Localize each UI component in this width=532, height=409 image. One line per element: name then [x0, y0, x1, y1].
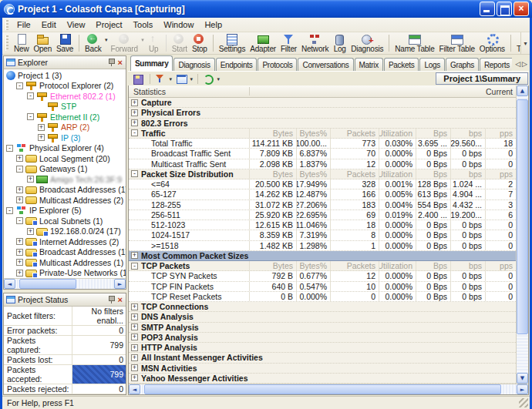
view-toolbar-button[interactable] — [131, 73, 145, 85]
stats-expand-toggle[interactable] — [131, 374, 138, 381]
statistics-vertical-scrollbar[interactable]: ▲ ▼ — [516, 85, 528, 384]
toolbar-button[interactable]: Options — [477, 32, 507, 54]
stats-row[interactable]: >=1518 1.482 KB 1.298% 1 0.000% 0 Bps 0 … — [129, 241, 516, 251]
menu-grip[interactable] — [5, 20, 8, 30]
view-toolbar-button[interactable] — [153, 73, 172, 85]
explorer-horizontal-scrollbar[interactable]: ◄ ► — [4, 278, 126, 289]
tree-item[interactable]: Broadcast Addresses (1) — [4, 247, 126, 258]
stats-row[interactable]: MSN Activities — [129, 364, 516, 374]
toolbar-button[interactable]: Diagnosis — [348, 32, 386, 54]
tab[interactable]: Graphs — [446, 58, 479, 71]
tree-expand-toggle[interactable] — [6, 145, 13, 152]
stats-expand-toggle[interactable] — [131, 252, 138, 259]
menu-item[interactable]: Window — [158, 18, 199, 31]
stats-row[interactable]: Multicast Traffic Sent 2.098 KB 1.837% 1… — [129, 159, 516, 169]
tree-item[interactable]: Project 1 (3) — [4, 70, 126, 81]
view-toolbar-button[interactable] — [174, 73, 193, 85]
stats-row[interactable]: POP3 Analysis — [129, 333, 516, 343]
toolbar-button[interactable]: Network — [299, 32, 331, 54]
tab-scroll-right-icon[interactable]: ▷ — [522, 60, 527, 68]
toolbar-button[interactable]: New — [12, 32, 31, 54]
tree-item[interactable]: Multicast Addresses (2) — [4, 195, 126, 206]
toolbar-button[interactable]: Up — [145, 32, 163, 54]
tab[interactable]: Summary — [130, 55, 173, 71]
pin-icon[interactable] — [108, 58, 115, 67]
tree-item[interactable]: Ethernet II (2) — [4, 112, 126, 122]
menu-item[interactable]: View — [62, 18, 91, 31]
tree-expand-toggle[interactable] — [16, 259, 23, 266]
tree-expand-toggle[interactable] — [16, 196, 23, 203]
maximize-button[interactable] — [497, 2, 512, 16]
stats-row[interactable]: Physical Errors — [129, 108, 516, 118]
tree-item[interactable]: ARP (2) — [4, 122, 126, 133]
tree-item[interactable]: Physical Explorer (4) — [4, 143, 126, 154]
tree-item[interactable]: 192.168.0.0/24 (17) — [4, 226, 126, 237]
stats-expand-toggle[interactable] — [131, 344, 138, 351]
stats-expand-toggle[interactable] — [131, 324, 138, 330]
toolbar-grip[interactable] — [5, 35, 8, 51]
tree-expand-toggle[interactable] — [16, 270, 23, 277]
toolbar-button[interactable]: Log — [331, 32, 348, 54]
tree-expand-toggle[interactable] — [38, 134, 45, 141]
stats-row[interactable]: 512-1023 12.615 KB 11.046% 18 0.000% 0 B… — [129, 220, 516, 230]
scroll-left-icon[interactable]: ◄ — [129, 384, 140, 394]
stats-row[interactable]: All Instant Messenger Activities — [129, 353, 516, 363]
scroll-right-icon[interactable]: ► — [517, 384, 528, 394]
tree-item[interactable]: STP — [4, 102, 126, 112]
toolbar-overflow-button[interactable]: ▾ — [520, 32, 530, 54]
tree-item[interactable]: Local Segment (20) — [4, 153, 126, 164]
toolbar-button[interactable]: Name Table — [392, 32, 436, 54]
stats-row[interactable]: TCP Packets Bytes Bytes% Packets Utiliza… — [129, 261, 516, 271]
stats-expand-toggle[interactable] — [131, 364, 138, 371]
scroll-track[interactable] — [15, 279, 114, 289]
toolbar-button[interactable]: Settings — [217, 32, 248, 54]
stats-row[interactable]: TCP SYN Packets 792 B 0.677% 12 0.000% 0… — [129, 271, 516, 281]
toolbar-button[interactable]: Open — [31, 32, 54, 54]
stats-row[interactable]: 256-511 25.920 KB 22.695% 69 0.019% 2.40… — [129, 210, 516, 220]
stats-row[interactable]: 65-127 14.262 KB 12.487% 166 0.005% 613 … — [129, 189, 516, 199]
toolbar-button[interactable]: Forward — [109, 32, 145, 54]
tree-item[interactable]: Local Subnets (1) — [4, 216, 126, 226]
tab[interactable]: Packets — [384, 58, 419, 71]
toolbar-button[interactable]: Adapter — [247, 32, 278, 54]
project-status-close-icon[interactable]: × — [117, 296, 123, 303]
stats-row[interactable]: TCP FIN Packets 640 B 0.547% 10 0.000% 0… — [129, 282, 516, 292]
tree-expand-toggle[interactable] — [16, 166, 23, 173]
stats-row[interactable]: HTTP Analysis — [129, 343, 516, 353]
stats-row[interactable]: TCP Reset Packets 0 B 0.000% 0 0.000% 0 … — [129, 292, 516, 302]
stats-expand-toggle[interactable] — [131, 99, 138, 106]
tree-expand-toggle[interactable] — [16, 249, 23, 256]
tree-expand-toggle[interactable] — [16, 155, 23, 162]
scroll-thumb[interactable] — [144, 384, 502, 394]
toolbar-button[interactable]: Filter — [278, 32, 299, 54]
tree-expand-toggle[interactable] — [38, 124, 45, 131]
tree-expand-toggle[interactable] — [16, 82, 23, 89]
toolbar-button[interactable]: Save — [54, 32, 76, 54]
stats-expand-toggle[interactable] — [131, 354, 138, 361]
tab[interactable]: Conversations — [298, 58, 353, 71]
scroll-track[interactable] — [517, 96, 528, 373]
menu-item[interactable]: Tools — [128, 18, 159, 31]
tree-expand-toggle[interactable] — [16, 186, 23, 193]
stats-row[interactable]: 1024-1517 8.359 KB 7.319% 8 0.000% 0 Bps… — [129, 230, 516, 240]
tree-item[interactable]: Private-Use Networks (1) — [4, 268, 126, 279]
stats-row[interactable]: Most Common Packet Sizes — [129, 251, 516, 261]
tree-item[interactable]: Internet Addresses (2) — [4, 236, 126, 247]
stats-expand-toggle[interactable] — [131, 129, 138, 136]
tree-expand-toggle[interactable] — [27, 228, 34, 235]
tab-scroll-left-icon[interactable]: ◁ — [515, 60, 520, 68]
stats-row[interactable]: Capture — [129, 98, 516, 108]
scroll-thumb[interactable] — [19, 279, 76, 289]
menu-item[interactable]: Help — [199, 18, 227, 31]
tree-item[interactable]: IP Explorer (5) — [4, 206, 126, 216]
tab[interactable]: Protocols — [258, 58, 297, 71]
tree-expand-toggle[interactable] — [6, 207, 13, 214]
menu-item[interactable]: Project — [90, 18, 127, 31]
stats-row[interactable]: Broadcast Traffic Sent 7.809 KB 6.837% 7… — [129, 149, 516, 159]
stats-expand-toggle[interactable] — [131, 303, 138, 310]
explorer-close-icon[interactable]: × — [117, 59, 123, 66]
stats-row[interactable]: 802.3 Errors — [129, 119, 516, 129]
stats-row[interactable]: SMTP Analysis — [129, 323, 516, 333]
minimize-button[interactable] — [480, 2, 495, 16]
close-button[interactable]: × — [513, 2, 529, 16]
